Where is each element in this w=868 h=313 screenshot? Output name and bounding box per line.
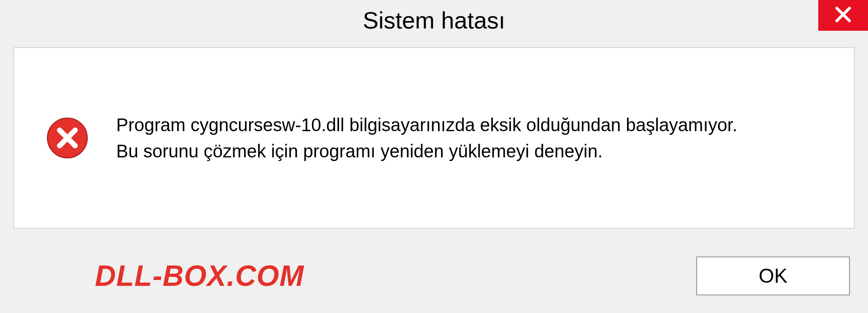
- bottom-bar: DLL-BOX.COM OK: [0, 238, 868, 313]
- close-button[interactable]: [818, 0, 868, 31]
- close-icon: [834, 5, 853, 26]
- message-panel: Program cygncursesw-10.dll bilgisayarını…: [14, 47, 854, 228]
- ok-button[interactable]: OK: [696, 256, 850, 295]
- error-message-line2: Bu sorunu çözmek için programı yeniden y…: [116, 138, 737, 164]
- titlebar: Sistem hatası: [0, 0, 868, 41]
- system-error-dialog: Sistem hatası Program cygncursesw-10.dll…: [0, 0, 868, 313]
- watermark-text: DLL-BOX.COM: [95, 259, 304, 293]
- error-message: Program cygncursesw-10.dll bilgisayarını…: [116, 112, 737, 164]
- error-icon: [46, 116, 89, 160]
- dialog-title: Sistem hatası: [363, 7, 505, 34]
- error-message-line1: Program cygncursesw-10.dll bilgisayarını…: [116, 112, 737, 138]
